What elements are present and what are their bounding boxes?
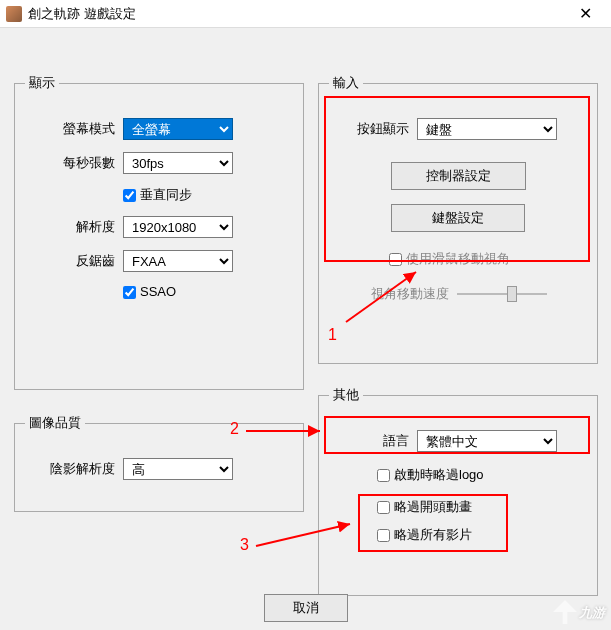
legend-display: 顯示 [25,74,59,92]
checkbox-mouse-view[interactable]: 使用滑鼠移動視角 [389,251,510,266]
content: 顯示 螢幕模式 全螢幕 每秒張數 30fps 垂直同步 解析度 1920x108… [0,28,611,630]
checkbox-skip-opening[interactable]: 略過開頭動畫 [377,499,472,514]
watermark-icon [553,600,577,624]
checkbox-skip-logo[interactable]: 啟動時略過logo [377,467,484,482]
checkbox-vsync[interactable]: 垂直同步 [123,187,192,202]
cancel-button[interactable]: 取消 [264,594,348,622]
vsync-input[interactable] [123,189,136,202]
skip-videos-input[interactable] [377,529,390,542]
footer: 取消 [0,594,611,622]
window-title: 創之軌跡 遊戲設定 [28,5,565,23]
skip-logo-input[interactable] [377,469,390,482]
watermark: 九游 [553,599,605,624]
label-aa: 反鋸齒 [25,252,115,270]
label-shadow: 陰影解析度 [25,460,115,478]
group-input: 輸入 按鈕顯示 鍵盤 控制器設定 鍵盤設定 使用滑鼠移動視角 視角移動速度 [318,74,598,364]
select-resolution[interactable]: 1920x1080 [123,216,233,238]
annotation-label-3: 3 [240,536,249,554]
slider-view-speed[interactable] [457,284,547,304]
controller-settings-button[interactable]: 控制器設定 [391,162,526,190]
ssao-input[interactable] [123,286,136,299]
select-screen-mode[interactable]: 全螢幕 [123,118,233,140]
select-shadow[interactable]: 高 [123,458,233,480]
close-icon[interactable]: ✕ [565,4,605,23]
select-language[interactable]: 繁體中文 [417,430,557,452]
legend-input: 輸入 [329,74,363,92]
group-quality: 圖像品質 陰影解析度 高 [14,414,304,512]
mouse-view-input[interactable] [389,253,402,266]
skip-opening-input[interactable] [377,501,390,514]
label-screen-mode: 螢幕模式 [25,120,115,138]
label-fps: 每秒張數 [25,154,115,172]
label-view-speed: 視角移動速度 [329,285,449,303]
app-icon [6,6,22,22]
titlebar: 創之軌跡 遊戲設定 ✕ [0,0,611,28]
group-display: 顯示 螢幕模式 全螢幕 每秒張數 30fps 垂直同步 解析度 1920x108… [14,74,304,390]
select-fps[interactable]: 30fps [123,152,233,174]
keyboard-settings-button[interactable]: 鍵盤設定 [391,204,525,232]
checkbox-ssao[interactable]: SSAO [123,284,176,299]
group-other: 其他 語言 繁體中文 啟動時略過logo 略過開頭動畫 略過所有影片 [318,386,598,596]
checkbox-skip-videos[interactable]: 略過所有影片 [377,527,472,542]
label-resolution: 解析度 [25,218,115,236]
select-button-display[interactable]: 鍵盤 [417,118,557,140]
label-language: 語言 [329,432,409,450]
legend-quality: 圖像品質 [25,414,85,432]
select-aa[interactable]: FXAA [123,250,233,272]
label-button-display: 按鈕顯示 [329,120,409,138]
legend-other: 其他 [329,386,363,404]
